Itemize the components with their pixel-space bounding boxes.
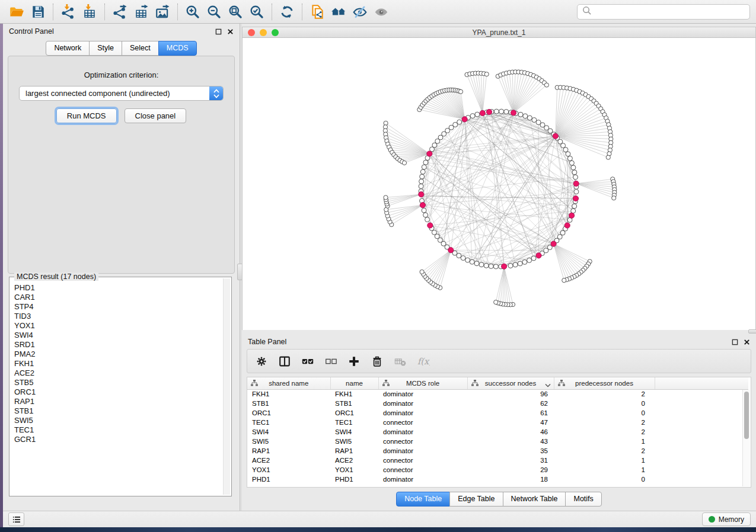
mcds-result-item[interactable]: ORC1: [14, 387, 222, 397]
mcds-hub-node[interactable]: [480, 110, 485, 116]
tab-mcds[interactable]: MCDS: [158, 41, 197, 56]
cell-successor-nodes[interactable]: 62: [467, 399, 554, 408]
table-row[interactable]: SWI4SWI4dominator462: [247, 427, 748, 437]
cell-name[interactable]: ORC1: [330, 408, 378, 418]
ring-node[interactable]: [522, 259, 527, 264]
show-all-button[interactable]: [371, 2, 392, 21]
cell-name[interactable]: STB1: [330, 399, 378, 408]
close-panel-button[interactable]: Close panel: [125, 108, 187, 123]
ring-node[interactable]: [475, 112, 480, 117]
ring-node[interactable]: [574, 190, 579, 194]
zoom-selected-button[interactable]: [246, 2, 267, 21]
column-header-shared-name[interactable]: shared name: [247, 377, 330, 389]
duplicate-network-button[interactable]: [307, 2, 328, 21]
mcds-result-item[interactable]: SRD1: [14, 340, 222, 350]
table-row[interactable]: PHD1PHD1dominator180: [247, 475, 748, 484]
ring-node[interactable]: [527, 116, 532, 120]
ring-node[interactable]: [561, 143, 566, 148]
ring-node[interactable]: [567, 156, 572, 161]
ring-node[interactable]: [420, 174, 425, 179]
mcds-result-item[interactable]: PHD1: [14, 283, 222, 293]
mcds-hub-node[interactable]: [486, 109, 492, 114]
cell-predecessor-nodes[interactable]: 0: [554, 408, 655, 418]
ring-node[interactable]: [527, 258, 532, 262]
columns-button[interactable]: [277, 354, 292, 368]
export-image-button[interactable]: [152, 2, 173, 21]
ring-node[interactable]: [572, 204, 577, 209]
cell-mcds-role[interactable]: dominator: [378, 408, 467, 418]
ring-node[interactable]: [523, 114, 528, 118]
ring-node[interactable]: [479, 262, 484, 267]
cell-mcds-role[interactable]: dominator: [378, 475, 467, 484]
mcds-hub-node[interactable]: [448, 248, 454, 253]
ring-node[interactable]: [453, 122, 458, 127]
float-panel-icon[interactable]: [215, 28, 222, 35]
float-panel-icon[interactable]: [732, 339, 738, 345]
ring-node[interactable]: [573, 175, 578, 180]
close-panel-icon[interactable]: [227, 28, 234, 35]
satellite-node[interactable]: [458, 89, 462, 94]
cell-mcds-role[interactable]: dominator: [378, 399, 467, 408]
cell-name[interactable]: TEC1: [330, 418, 378, 427]
mcds-hub-node[interactable]: [428, 223, 433, 228]
mcds-hub-node[interactable]: [502, 264, 507, 269]
cell-shared-name[interactable]: FKH1: [247, 389, 330, 399]
network-canvas[interactable]: [243, 38, 755, 330]
satellite-node[interactable]: [402, 161, 406, 165]
table-row[interactable]: YOX1YOX1connector291: [247, 465, 748, 475]
mcds-result-item[interactable]: RAP1: [14, 397, 222, 406]
table-row[interactable]: ACE2ACE2connector311: [247, 456, 748, 465]
cell-successor-nodes[interactable]: 43: [467, 437, 554, 446]
ring-node[interactable]: [494, 109, 499, 114]
memory-button[interactable]: Memory: [702, 512, 751, 526]
cell-mcds-role[interactable]: dominator: [378, 427, 467, 437]
mcds-result-item[interactable]: FKH1: [14, 359, 222, 368]
cell-successor-nodes[interactable]: 29: [467, 465, 554, 475]
cell-successor-nodes[interactable]: 96: [467, 389, 554, 399]
ring-node[interactable]: [423, 213, 428, 217]
mcds-hub-node[interactable]: [420, 203, 425, 208]
ring-node[interactable]: [493, 264, 498, 269]
first-neighbors-button[interactable]: [328, 2, 349, 21]
zoom-out-button[interactable]: [203, 2, 225, 21]
ring-node[interactable]: [572, 170, 577, 175]
cell-predecessor-nodes[interactable]: 1: [554, 456, 655, 465]
zoom-in-button[interactable]: [182, 2, 203, 21]
refresh-view-button[interactable]: [276, 2, 298, 21]
import-network-button[interactable]: [58, 2, 79, 21]
cell-predecessor-nodes[interactable]: 0: [554, 399, 655, 408]
mcds-result-item[interactable]: TEC1: [14, 425, 222, 435]
ring-node[interactable]: [489, 264, 493, 268]
tab-network-table[interactable]: Network Table: [503, 492, 566, 507]
cell-shared-name[interactable]: ACE2: [247, 456, 330, 465]
cell-predecessor-nodes[interactable]: 1: [554, 437, 655, 446]
mcds-result-item[interactable]: SWI4: [14, 331, 222, 340]
mcds-result-item[interactable]: SWI5: [14, 416, 222, 425]
ring-node[interactable]: [566, 152, 570, 156]
cell-shared-name[interactable]: STB1: [247, 399, 330, 408]
satellite-node[interactable]: [562, 278, 566, 283]
column-header-MCDS-role[interactable]: MCDS role: [378, 377, 467, 389]
tab-motifs[interactable]: Motifs: [565, 492, 601, 507]
close-panel-icon[interactable]: [744, 339, 750, 345]
run-mcds-button[interactable]: Run MCDS: [56, 108, 117, 123]
cell-shared-name[interactable]: ORC1: [247, 408, 330, 418]
mcds-hub-node[interactable]: [511, 110, 516, 116]
gear-button[interactable]: [254, 354, 269, 368]
ring-node[interactable]: [470, 259, 474, 264]
ring-node[interactable]: [518, 261, 522, 266]
ring-node[interactable]: [531, 256, 536, 261]
cell-shared-name[interactable]: RAP1: [247, 446, 330, 456]
cell-successor-nodes[interactable]: 31: [467, 456, 554, 465]
ring-node[interactable]: [518, 112, 523, 117]
import-table-button[interactable]: [79, 2, 100, 21]
ring-node[interactable]: [419, 184, 423, 188]
table-row[interactable]: STB1STB1dominator620: [247, 399, 748, 408]
tab-network[interactable]: Network: [46, 41, 90, 56]
mcds-hub-node[interactable]: [462, 117, 467, 122]
status-menu-button[interactable]: [8, 512, 24, 526]
ring-node[interactable]: [461, 256, 465, 261]
search-box[interactable]: [577, 4, 750, 20]
cell-shared-name[interactable]: SWI5: [247, 437, 330, 446]
ring-node[interactable]: [474, 261, 479, 266]
